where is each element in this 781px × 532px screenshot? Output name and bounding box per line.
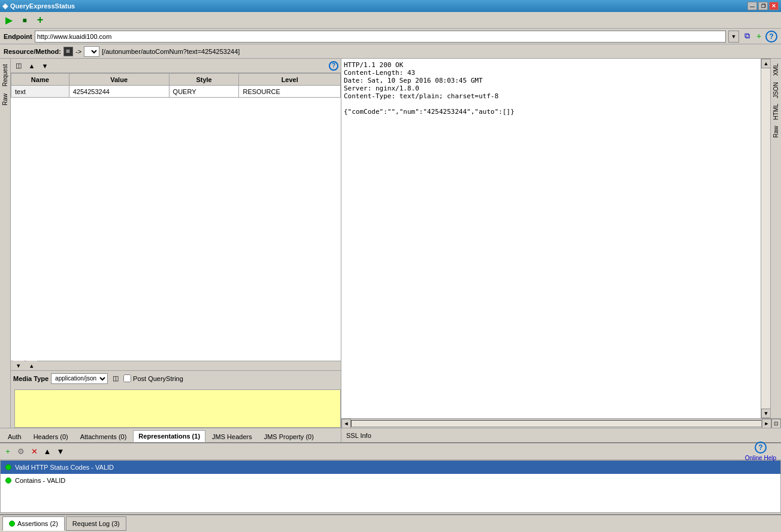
table-help-icon[interactable]: ?: [329, 61, 338, 71]
post-querystring-checkbox[interactable]: [123, 374, 131, 382]
endpoint-icons: ⧉ + ?: [741, 31, 777, 43]
resp-tab-raw[interactable]: Raw: [771, 123, 780, 140]
add-assertion-button[interactable]: +: [2, 446, 13, 457]
stop-button[interactable]: ■: [18, 14, 31, 27]
resp-tab-html[interactable]: HTML: [771, 101, 780, 122]
tab-representations[interactable]: Representations (1): [133, 430, 205, 442]
tab-attachments[interactable]: Attachments (0): [75, 430, 132, 442]
restore-button[interactable]: ❐: [758, 2, 768, 10]
collapse-up-btn[interactable]: ▴: [26, 361, 37, 371]
delete-assertion-button[interactable]: ✕: [29, 446, 40, 457]
title-bar-controls: — ❐ ✕: [747, 2, 779, 10]
table-up-arrow[interactable]: ▲: [26, 61, 37, 71]
resp-tab-xml[interactable]: XML: [771, 61, 780, 78]
arrow-separator: ->: [75, 48, 81, 55]
main-toolbar: ▶ ■ +: [0, 12, 781, 29]
run-button[interactable]: ▶: [2, 14, 16, 27]
online-help-label[interactable]: Online Help: [745, 455, 776, 461]
endpoint-label: Endpoint: [4, 33, 32, 40]
bottom-tabs-bar: Assertions (2) Request Log (3): [0, 514, 781, 532]
bottom-tab-request-log[interactable]: Request Log (3): [66, 516, 126, 531]
tab-jms-headers[interactable]: JMS Headers: [207, 430, 258, 442]
body-textarea[interactable]: [14, 389, 341, 428]
window-title: QueryExpressStatus: [10, 2, 75, 10]
copy-icon[interactable]: ⧉: [741, 31, 752, 41]
table-down-arrow[interactable]: ▼: [40, 61, 50, 71]
col-value: Value: [69, 74, 169, 86]
method-select[interactable]: [84, 46, 99, 57]
scroll-track[interactable]: [761, 68, 770, 409]
request-log-tab-label: Request Log (3): [72, 520, 120, 527]
endpoint-row: Endpoint ▼ ⧉ + ?: [0, 29, 781, 44]
collapse-down-btn[interactable]: ▾: [13, 361, 24, 371]
assertions-tab-dot: [9, 521, 15, 527]
tab-headers[interactable]: Headers (0): [28, 430, 74, 442]
response-scrollbar[interactable]: ▲ ▼: [761, 59, 770, 418]
assertion-item-1[interactable]: Valid HTTP Status Codes - VALID: [1, 461, 780, 474]
right-panel: HTTP/1.1 200 OK Content-Length: 43 Date:…: [341, 59, 781, 442]
body-area: [11, 386, 341, 428]
media-icon-btn[interactable]: ◫: [110, 373, 121, 384]
scroll-right-arrow[interactable]: ►: [762, 419, 771, 428]
title-bar: ◈ QueryExpressStatus — ❐ ✕: [0, 0, 781, 12]
assertion-up-button[interactable]: ▲: [42, 446, 53, 457]
add-button[interactable]: +: [34, 14, 47, 27]
resp-tab-json[interactable]: JSON: [771, 80, 780, 101]
ssl-info-text: SSL Info: [346, 432, 371, 439]
assertions-list: Valid HTTP Status Codes - VALID Contains…: [0, 460, 781, 513]
table-container: ◫ ▲ ▼ ? Name Value: [11, 59, 341, 428]
resource-path: [/autonumber/autoComNum?text=4254253244]: [102, 48, 240, 55]
request-tabs-bar: Auth Headers (0) Attachments (0) Represe…: [0, 428, 341, 442]
tab-jms-property[interactable]: JMS Property (0): [259, 430, 319, 442]
assertions-toolbar: + ⚙ ✕ ▲ ▼ ? Online Help: [0, 443, 781, 460]
request-area: Request Raw ◫ ▲ ▼ ?: [0, 59, 341, 428]
scroll-up-arrow[interactable]: ▲: [761, 59, 771, 68]
assertion-status-dot-1: [5, 464, 11, 470]
tab-auth[interactable]: Auth: [2, 430, 27, 442]
horiz-scroll-track[interactable]: [351, 420, 762, 427]
assertion-down-button[interactable]: ▼: [55, 446, 66, 457]
assertion-settings-button[interactable]: ⚙: [16, 446, 26, 457]
collapse-row: ▾ ▴: [11, 361, 341, 370]
scroll-down-arrow[interactable]: ▼: [761, 409, 771, 418]
response-content: HTTP/1.1 200 OK Content-Length: 43 Date:…: [341, 59, 761, 418]
response-vertical-tabs: XML JSON HTML Raw: [770, 59, 781, 418]
ssl-info-bar: SSL Info: [341, 428, 781, 442]
assertion-item-2[interactable]: Contains - VALID: [1, 474, 780, 487]
response-horiz-scroll[interactable]: ◄ ► ⊡: [341, 418, 781, 428]
request-side-tabs: Request Raw: [0, 59, 11, 428]
param-value: 4254253244: [69, 86, 169, 98]
media-type-select[interactable]: application/json text/plain application/…: [51, 373, 108, 384]
table-settings-icon[interactable]: ◫: [13, 61, 24, 71]
resource-method-row: Resource/Method: ⊞ -> [/autonumber/autoC…: [0, 44, 781, 59]
tab-raw[interactable]: Raw: [0, 90, 10, 108]
app-icon: ◈: [2, 2, 8, 10]
expand-icon[interactable]: ⊡: [771, 419, 781, 428]
endpoint-input[interactable]: [35, 31, 726, 43]
online-help-area: ? Online Help: [745, 442, 776, 461]
title-bar-left: ◈ QueryExpressStatus: [2, 2, 75, 10]
minimize-button[interactable]: —: [747, 2, 757, 10]
response-area: HTTP/1.1 200 OK Content-Length: 43 Date:…: [341, 59, 781, 418]
tab-request[interactable]: Request: [0, 61, 10, 89]
post-querystring-label[interactable]: Post QueryString: [123, 374, 183, 382]
left-panel: Request Raw ◫ ▲ ▼ ?: [0, 59, 341, 442]
media-type-row: Media Type application/json text/plain a…: [11, 370, 341, 386]
endpoint-dropdown[interactable]: ▼: [728, 31, 739, 43]
scroll-left-arrow[interactable]: ◄: [341, 419, 351, 428]
col-level: Level: [239, 74, 341, 86]
help-icon[interactable]: ?: [765, 31, 777, 43]
main-window: ◈ QueryExpressStatus — ❐ ✕ ▶ ■ + Endpoin…: [0, 0, 781, 532]
resource-method-label: Resource/Method:: [4, 48, 61, 55]
bottom-tab-assertions[interactable]: Assertions (2): [2, 516, 65, 531]
params-table-area: Name Value Style Level text 4254253244: [11, 73, 341, 361]
close-button[interactable]: ✕: [769, 2, 779, 10]
param-style: QUERY: [169, 86, 239, 98]
param-level: RESOURCE: [239, 86, 341, 98]
assertion-text-1: Valid HTTP Status Codes - VALID: [15, 464, 114, 471]
online-help-icon[interactable]: ?: [755, 442, 767, 454]
col-name: Name: [11, 74, 69, 86]
table-toolbar: ◫ ▲ ▼ ?: [11, 59, 341, 73]
assertions-tab-label: Assertions (2): [17, 520, 58, 527]
add-endpoint-button[interactable]: +: [753, 31, 764, 41]
